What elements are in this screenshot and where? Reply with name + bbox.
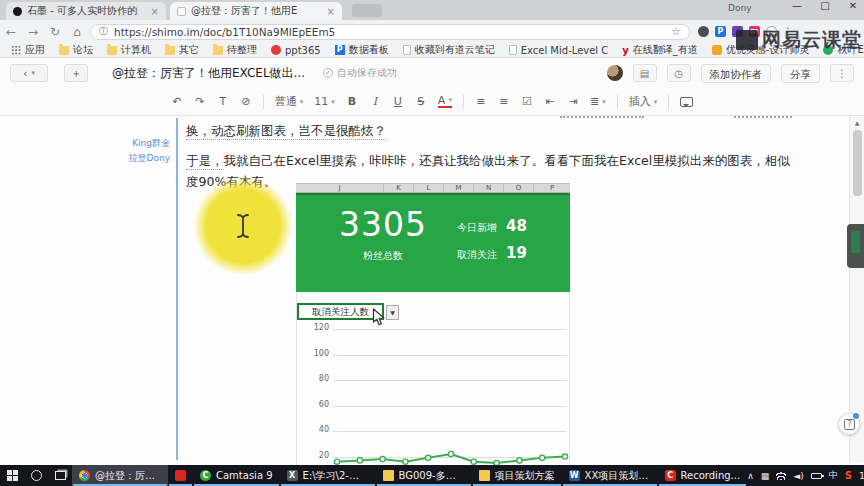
task-view-button[interactable] <box>48 465 72 486</box>
outline-button[interactable]: ▤ <box>633 64 657 82</box>
bookmark-folder-other[interactable]: 其它 <box>160 43 204 57</box>
excel-screenshot-embed[interactable]: J K L M N O P 3305 粉丝总数 今日新增48 取消关注19 取消 <box>296 183 570 465</box>
history-button[interactable]: ◷ <box>667 64 691 82</box>
bookmark-folder-todo[interactable]: 待整理 <box>208 43 262 57</box>
taskbar-item-camtasia[interactable]: CCamtasia 9 <box>193 465 280 486</box>
extension-p-icon[interactable]: P <box>715 26 726 37</box>
start-button[interactable] <box>0 465 24 486</box>
paragraph-text: 换，动态刷新图表，岂不是很酷炫？ <box>186 123 386 140</box>
undo-icon[interactable]: ↶ <box>171 95 183 108</box>
share-button[interactable]: 分享 <box>781 64 820 83</box>
bookmark-ppt365[interactable]: ppt365 <box>266 45 326 56</box>
address-bar[interactable]: ⓘ https://shimo.im/doc/b1T10Na9MIEpEEm5 … <box>90 24 690 40</box>
url-text[interactable]: https://shimo.im/doc/b1T10Na9MIEpEEm5 <box>114 26 671 38</box>
document-text[interactable]: 换，动态刷新图表，岂不是很酷炫？ 于是，我就自己在Excel里摸索，咔咔咔，还真… <box>186 120 792 192</box>
chrome-icon <box>79 470 90 481</box>
forward-icon[interactable]: → <box>22 25 44 39</box>
new-tab-button[interactable] <box>352 4 382 17</box>
tab-title: @拉登：厉害了！他用E <box>191 4 323 18</box>
strikethrough-button[interactable]: S <box>415 95 427 108</box>
paragraph-style-select[interactable]: 普通▾ <box>275 94 304 109</box>
sogou-icon[interactable]: S <box>845 470 852 481</box>
checklist-icon[interactable]: ☑ <box>521 95 533 108</box>
bookmark-star-icon[interactable]: ☆ <box>671 25 681 38</box>
taskbar-item-chrome[interactable]: @拉登：厉害了... <box>72 465 168 486</box>
tab-document[interactable]: @拉登：厉害了！他用E × <box>170 2 342 20</box>
clock[interactable]: 17:14 <box>859 470 864 481</box>
document-title[interactable]: @拉登：厉害了！他用EXCEL做出... <box>112 65 305 82</box>
netease-logo-icon <box>736 30 758 50</box>
close-button[interactable]: ✕ <box>846 0 860 11</box>
back-icon[interactable]: ← <box>0 25 22 39</box>
ordered-list-icon[interactable]: ≡ <box>475 95 487 108</box>
page-scrollbar[interactable]: ▲ <box>849 116 864 462</box>
text-color-button[interactable]: A▾ <box>438 95 452 108</box>
bookmark-folder-computer[interactable]: 计算机 <box>102 43 156 57</box>
avatar[interactable] <box>607 65 623 81</box>
bookmark-apps[interactable]: 应用 <box>6 43 50 57</box>
tray-apps-icon[interactable]: ▦ <box>761 471 770 481</box>
taskbar-item-word[interactable]: WXX项目策划书 - ... <box>562 465 658 486</box>
maximize-button[interactable]: □ <box>818 0 832 11</box>
underline-button[interactable]: U <box>392 95 404 108</box>
folder-icon <box>383 470 394 481</box>
dropdown-arrow-button[interactable]: ▼ <box>386 305 399 320</box>
doc-back-button[interactable]: ‹ ▾ <box>10 64 48 82</box>
format-painter-icon[interactable]: T <box>217 95 229 108</box>
redo-icon[interactable]: ↷ <box>194 95 206 108</box>
docked-widget-tab[interactable] <box>847 224 864 268</box>
recorder-icon: C <box>665 470 676 481</box>
font-size-select[interactable]: 11▾ <box>314 95 335 108</box>
site-info-icon[interactable]: ⓘ <box>99 25 108 38</box>
tray-expand-icon[interactable]: ∧ <box>747 471 754 481</box>
feedback-help-button[interactable]: ? <box>838 413 860 435</box>
taskbar-label: XX项目策划书 - ... <box>585 469 651 483</box>
taskbar-item-folder-plan[interactable]: 项目策划方案 <box>472 465 562 486</box>
folder-icon <box>165 46 175 55</box>
bookmark-youdao-translate[interactable]: y在线翻译_有道 <box>617 43 703 57</box>
column-header: P <box>534 184 570 192</box>
insert-menu[interactable]: 插入▾ <box>629 94 658 109</box>
comment-icon[interactable] <box>680 97 693 107</box>
volume-icon[interactable]: ◄) <box>793 471 803 481</box>
align-select[interactable]: ≣▾ <box>590 95 606 108</box>
cortana-search-button[interactable] <box>24 465 48 486</box>
extension-shield-icon[interactable] <box>698 26 709 37</box>
taskbar-item-folder-bg009[interactable]: BG009-多人协同... <box>376 465 472 486</box>
battery-icon[interactable] <box>811 473 822 479</box>
scrollbar-thumb[interactable] <box>853 130 862 196</box>
browser-tab-strip: 石墨 - 可多人实时协作的 × @拉登：厉害了！他用E × Dony — □ ✕ <box>0 0 864 20</box>
scroll-up-icon[interactable]: ▲ <box>850 116 864 126</box>
wifi-icon[interactable] <box>776 472 786 480</box>
minimize-button[interactable]: — <box>790 0 804 11</box>
cutoff-underline-fragment <box>734 116 792 118</box>
clear-format-icon[interactable]: ⊘ <box>240 95 252 108</box>
chart-series-dropdown-cell[interactable]: 取消关注人数 <box>297 303 384 320</box>
italic-button[interactable]: I <box>369 95 381 108</box>
tab-close-icon[interactable]: × <box>327 6 335 17</box>
home-icon[interactable]: ⌂ <box>66 25 88 39</box>
bookmark-youdao-note[interactable]: 收藏到有道云笔记 <box>398 43 500 57</box>
more-menu-button[interactable]: ⋮ <box>830 64 854 82</box>
bold-button[interactable]: B <box>346 95 358 108</box>
tab-close-icon[interactable]: × <box>151 6 159 17</box>
word-icon: W <box>569 470 580 481</box>
tab-shimo-home[interactable]: 石墨 - 可多人实时协作的 × <box>6 2 166 20</box>
bookmark-dashboard[interactable]: P数据看板 <box>330 43 394 57</box>
bullet-list-icon[interactable]: ≡ <box>498 95 510 108</box>
indent-icon[interactable]: ⇥ <box>567 95 579 108</box>
collaborator-name[interactable]: 拉登Dony <box>92 151 170 166</box>
outdent-icon[interactable]: ⇤ <box>544 95 556 108</box>
bookmark-excel-course[interactable]: Excel Mid-Level C <box>504 45 614 56</box>
add-collaborator-button[interactable]: 添加协作者 <box>701 64 772 83</box>
new-doc-button[interactable]: ＋ <box>64 64 88 82</box>
taskbar-item-red-app[interactable] <box>168 465 193 486</box>
ime-indicator[interactable]: 中 <box>829 469 838 482</box>
bookmark-label: 待整理 <box>227 43 257 57</box>
bookmark-folder-forum[interactable]: 论坛 <box>54 43 98 57</box>
taskbar-item-recording[interactable]: CRecording... <box>658 465 748 486</box>
screen: 石墨 - 可多人实时协作的 × @拉登：厉害了！他用E × Dony — □ ✕… <box>0 0 864 486</box>
taskbar-item-explorer-path[interactable]: XE:\学习\2-输出\... <box>280 465 376 486</box>
reload-icon[interactable]: ↻ <box>44 25 66 39</box>
collaborator-name[interactable]: King群金 <box>92 136 170 151</box>
